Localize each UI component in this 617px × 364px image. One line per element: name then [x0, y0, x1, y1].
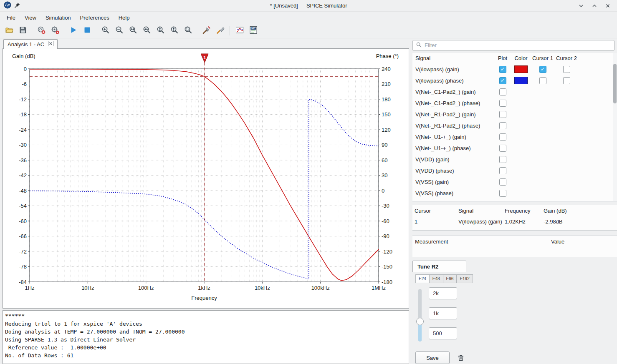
plot-checkbox[interactable]: ✓: [499, 66, 506, 73]
column-frequency: Frequency: [503, 208, 541, 214]
zoom-horizontal-in-icon: [129, 25, 138, 36]
tab-close-icon[interactable]: [48, 41, 53, 48]
shade-button[interactable]: [578, 3, 584, 9]
tune-body: E24E48E96E192 Save: [412, 272, 475, 364]
scrollbar-thumb[interactable]: [613, 64, 617, 103]
zoom-vertical-out-icon: [170, 25, 179, 36]
zoom-in-button[interactable]: [99, 25, 112, 37]
close-button[interactable]: [604, 3, 611, 9]
zoom-in-vertically-button[interactable]: [154, 25, 167, 37]
voltage-probe-button[interactable]: [200, 25, 213, 37]
signal-row[interactable]: V(Net-_R1-Pad2_) (phase): [412, 120, 617, 131]
signals-scrollbar[interactable]: [613, 53, 617, 201]
plot-checkbox[interactable]: [499, 111, 506, 118]
maximize-button[interactable]: [591, 3, 598, 9]
plot-checkbox[interactable]: [499, 178, 506, 186]
tab-analysis-1-ac[interactable]: Analysis 1 - AC: [3, 39, 58, 49]
signal-row[interactable]: V(VSS) (phase): [412, 188, 617, 199]
plot-checkbox[interactable]: [499, 201, 506, 202]
show-netlist-button[interactable]: NET: [247, 25, 260, 37]
signal-row[interactable]: V(/lowpass) (gain)✓✓: [412, 64, 617, 75]
simulation-settings-button[interactable]: [48, 25, 61, 37]
signal-row[interactable]: V(Net-_C1-Pad2_) (gain): [412, 86, 617, 98]
signal-row[interactable]: V(Net-_R1-Pad2_) (gain): [412, 109, 617, 120]
column-cursor-2: Cursor 2: [554, 55, 579, 61]
cursors-body: 1V(/lowpass) (gain)1.02KHz-2.98dB: [412, 216, 617, 227]
zoom-out-horizontally-button[interactable]: [140, 25, 153, 37]
eseries-tab-e192[interactable]: E192: [457, 274, 473, 283]
plot-checkbox[interactable]: [499, 156, 506, 163]
cursor1-checkbox[interactable]: ✓: [539, 66, 546, 73]
plot-checkbox[interactable]: [499, 100, 506, 107]
signal-row[interactable]: V(Net-_U1-+_) (gain): [412, 131, 617, 143]
eseries-tab-e48[interactable]: E48: [430, 274, 443, 283]
svg-text:-12: -12: [19, 96, 27, 103]
tune-slider[interactable]: [416, 289, 424, 341]
cursor2-checkbox[interactable]: [563, 77, 570, 84]
cursor1-checkbox[interactable]: [539, 77, 546, 84]
plot-checkbox[interactable]: [499, 167, 506, 174]
zoom-in-horizontally-button[interactable]: [126, 25, 139, 37]
filter-box[interactable]: [412, 40, 614, 51]
signal-label: V(Net-_U1-+_) (phase): [412, 145, 494, 151]
zoom-fit-icon: [184, 25, 193, 36]
signal-row[interactable]: V(/lowpass) (phase)✓: [412, 75, 617, 86]
open-workbook-button[interactable]: [3, 25, 15, 37]
menu-preferences[interactable]: Preferences: [76, 13, 114, 23]
simulation-command-button[interactable]: [35, 25, 48, 37]
trash-icon[interactable]: [455, 352, 467, 364]
svg-text:-60: -60: [382, 218, 389, 224]
plot-checkbox[interactable]: [499, 145, 506, 152]
filter-input[interactable]: [425, 42, 611, 48]
save-button[interactable]: Save: [415, 351, 450, 364]
svg-text:10Hz: 10Hz: [81, 285, 94, 291]
toolbar: NET: [0, 23, 617, 38]
signal-row[interactable]: V(VDD) (phase): [412, 165, 617, 176]
menu-file[interactable]: File: [3, 13, 20, 23]
zoom-out-vertically-button[interactable]: [168, 25, 181, 37]
tune-value-input[interactable]: [429, 307, 457, 319]
signal-row[interactable]: V(VSS) (gain): [412, 176, 617, 188]
tune-min-input[interactable]: [429, 327, 457, 339]
plot-panel[interactable]: 0240-6210-12180-18150-24120-3090-3660-42…: [3, 48, 409, 309]
pin-icon[interactable]: [14, 2, 20, 10]
menu-help[interactable]: Help: [114, 13, 134, 23]
menu-simulation[interactable]: Simulation: [41, 13, 75, 23]
plot-checkbox[interactable]: ✓: [499, 77, 506, 84]
bode-plot[interactable]: 0240-6210-12180-18150-24120-3090-3660-42…: [3, 49, 409, 308]
eseries-tab-e96[interactable]: E96: [443, 274, 457, 283]
save-icon: [19, 26, 27, 35]
cursor2-checkbox[interactable]: [563, 66, 570, 73]
save-workbook-button[interactable]: [16, 25, 29, 37]
svg-text:-18: -18: [19, 111, 27, 118]
plot-checkbox[interactable]: [499, 122, 506, 129]
plot-checkbox[interactable]: [499, 88, 506, 95]
svg-text:-84: -84: [19, 279, 27, 285]
tune-component-button[interactable]: [214, 25, 227, 37]
plot-checkbox[interactable]: [499, 133, 506, 141]
slider-knob[interactable]: [416, 318, 424, 325]
tune-max-input[interactable]: [429, 287, 457, 299]
color-swatch[interactable]: [514, 65, 528, 73]
eseries-tab-e24[interactable]: E24: [415, 274, 430, 283]
plot-checkbox[interactable]: [499, 190, 506, 197]
signal-row[interactable]: V(Net-_U1-+_) (phase): [412, 143, 617, 154]
menu-view[interactable]: View: [20, 13, 40, 23]
zoom-in-icon: [101, 25, 110, 36]
tune-panel: Tune R2 E24E48E96E192 Save: [412, 261, 538, 364]
add-signals-button[interactable]: [233, 25, 246, 37]
svg-text:1: 1: [203, 55, 206, 60]
run-simulation-button[interactable]: [67, 25, 80, 37]
cursor-cursor: 1: [412, 218, 456, 225]
signal-row[interactable]: V(Net-_C1-Pad2_) (phase): [412, 98, 617, 109]
tab-tune-r2[interactable]: Tune R2: [412, 261, 466, 272]
svg-text:-54: -54: [19, 203, 27, 209]
color-swatch[interactable]: [514, 77, 528, 84]
zoom-to-fit-button[interactable]: [182, 25, 195, 37]
svg-text:210: 210: [382, 81, 391, 87]
zoom-out-button[interactable]: [113, 25, 126, 37]
stop-simulation-button[interactable]: [81, 25, 94, 37]
signal-row[interactable]: I(C1) (gain): [412, 199, 617, 202]
signal-row[interactable]: V(VDD) (gain): [412, 154, 617, 165]
cursor-row[interactable]: 1V(/lowpass) (gain)1.02KHz-2.98dB: [412, 216, 617, 227]
